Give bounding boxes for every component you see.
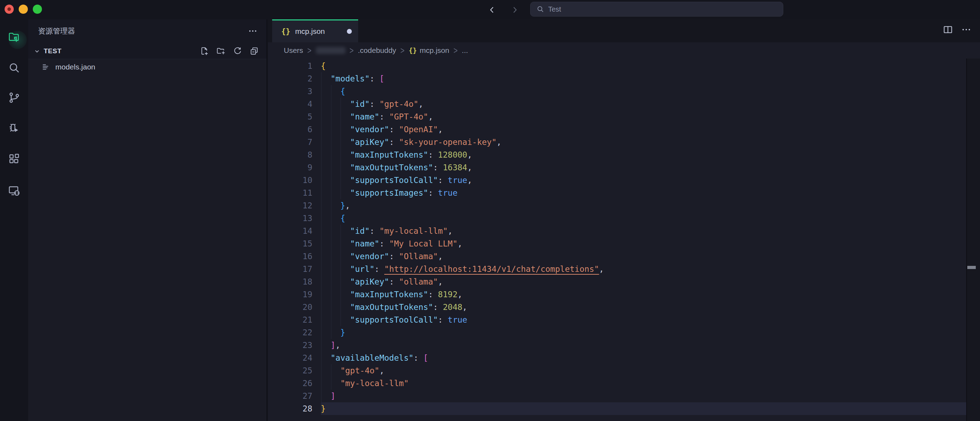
sidebar-item-remote-explorer[interactable] [0, 177, 28, 205]
indent-guide [340, 301, 341, 313]
code-line-20[interactable]: 20 "maxOutputTokens": 2048, [268, 301, 966, 313]
line-content: }, [321, 199, 966, 212]
maximize-button[interactable] [33, 5, 42, 14]
chevron-left-icon [488, 5, 497, 14]
collapse-all-button[interactable] [248, 45, 260, 57]
code-line-12[interactable]: 12 }, [268, 199, 966, 212]
code-line-16[interactable]: 16 "vendor": "Ollama", [268, 250, 966, 263]
sidebar-item-search[interactable] [0, 54, 28, 82]
breadcrumb-separator-icon: > [401, 45, 405, 56]
sidebar-item-run-debug[interactable] [0, 114, 28, 142]
breadcrumb: Users>>.codebuddy>{}mcp.json>... [268, 42, 980, 59]
chevron-right-icon [510, 5, 519, 14]
indent-guide [331, 85, 331, 98]
code-line-27[interactable]: 27 ] [268, 390, 966, 402]
breadcrumb-item-redacted[interactable] [316, 47, 345, 54]
line-number: 24 [268, 352, 321, 364]
line-number: 26 [268, 377, 321, 390]
file-item-models.jaon[interactable]: models.jaon [28, 60, 267, 74]
line-content: "apiKey": "ollama", [321, 275, 966, 288]
code-line-1[interactable]: 1{ [268, 60, 966, 72]
tab-mcp-json[interactable]: {} mcp.json [272, 19, 358, 42]
line-content: "availableModels": [ [321, 352, 966, 364]
code-line-4[interactable]: 4 "id": "gpt-4o", [268, 98, 966, 110]
indent-guide [321, 250, 321, 263]
indent-guide [321, 364, 321, 377]
sidebar-item-source-control[interactable] [0, 84, 28, 112]
code-line-23[interactable]: 23 ], [268, 339, 966, 352]
code-line-25[interactable]: 25 "gpt-4o", [268, 364, 966, 377]
code-line-17[interactable]: 17 "url": "http://localhost:11434/v1/cha… [268, 263, 966, 275]
sidebar-item-extensions[interactable] [0, 145, 28, 173]
indent-guide [321, 326, 321, 339]
search-value: Test [548, 5, 561, 13]
ellipsis-icon [248, 26, 258, 36]
code-line-18[interactable]: 18 "apiKey": "ollama", [268, 275, 966, 288]
breadcrumb-item-codebuddy[interactable]: .codebuddy [358, 46, 396, 55]
breadcrumb-item-mcpjson[interactable]: {}mcp.json [409, 46, 449, 55]
section-label: TEST [44, 47, 62, 55]
code-line-26[interactable]: 26 "my-local-llm" [268, 377, 966, 390]
new-folder-button[interactable] [215, 45, 227, 57]
code-line-8[interactable]: 8 "maxInputTokens": 128000, [268, 148, 966, 161]
nav-forward-button[interactable] [508, 3, 522, 17]
editor-actions [942, 24, 972, 36]
split-editor-button[interactable] [942, 24, 954, 36]
indent-guide [331, 225, 331, 237]
indent-guide [331, 110, 331, 123]
modified-dot-icon [7, 7, 11, 11]
search-input[interactable]: Test [530, 2, 783, 17]
app-window: Test [0, 0, 980, 421]
code-line-15[interactable]: 15 "name": "My Local LLM", [268, 237, 966, 250]
indent-guide [340, 174, 341, 187]
json-file-icon: {} [281, 27, 290, 36]
breadcrumb-item-Users[interactable]: Users [284, 46, 303, 55]
breadcrumb-label: .codebuddy [358, 46, 396, 55]
sidebar-item-explorer[interactable] [0, 23, 28, 51]
extensions-icon [8, 153, 21, 165]
code-line-28[interactable]: 28} [268, 402, 966, 415]
code-line-13[interactable]: 13 { [268, 212, 966, 225]
code-line-22[interactable]: 22 } [268, 326, 966, 339]
refresh-button[interactable] [232, 45, 243, 57]
new-file-button[interactable] [199, 45, 210, 57]
code-line-21[interactable]: 21 "supportsToolCall": true [268, 313, 966, 326]
scrollbar-marker[interactable] [967, 266, 976, 269]
sidebar-title: 资源管理器 [38, 26, 75, 36]
line-number: 15 [268, 237, 321, 250]
code-editor[interactable]: 1{2 "models": [3 {4 "id": "gpt-4o",5 "na… [268, 59, 966, 421]
modified-dot-icon[interactable] [347, 29, 352, 34]
indent-guide [340, 288, 341, 301]
close-button[interactable] [5, 5, 14, 14]
code-line-7[interactable]: 7 "apiKey": "sk-your-openai-key", [268, 136, 966, 148]
line-number: 4 [268, 98, 321, 110]
code-line-5[interactable]: 5 "name": "GPT-4o", [268, 110, 966, 123]
indent-guide [321, 136, 321, 148]
code-line-3[interactable]: 3 { [268, 85, 966, 98]
nav-back-button[interactable] [485, 3, 499, 17]
code-line-11[interactable]: 11 "supportsImages": true [268, 187, 966, 199]
minimize-button[interactable] [19, 5, 28, 14]
indent-guide [331, 288, 331, 301]
sidebar-section-test[interactable]: TEST [28, 43, 267, 59]
indent-guide [331, 301, 331, 313]
line-number: 16 [268, 250, 321, 263]
code-line-10[interactable]: 10 "supportsToolCall": true, [268, 174, 966, 187]
code-line-9[interactable]: 9 "maxOutputTokens": 16384, [268, 161, 966, 174]
breadcrumb-item-[interactable]: ... [462, 46, 468, 55]
indent-guide [321, 199, 321, 212]
line-content: { [321, 85, 966, 98]
indent-guide [331, 98, 331, 110]
editor-group: {} mcp.json Users>>.codebuddy>{}mcp.json… [268, 19, 980, 421]
code-line-24[interactable]: 24 "availableModels": [ [268, 352, 966, 364]
editor-more-button[interactable] [960, 24, 972, 36]
line-content: } [321, 326, 966, 339]
line-content: "name": "GPT-4o", [321, 110, 966, 123]
code-line-14[interactable]: 14 "id": "my-local-llm", [268, 225, 966, 237]
code-line-6[interactable]: 6 "vendor": "OpenAI", [268, 123, 966, 136]
code-line-19[interactable]: 19 "maxInputTokens": 8192, [268, 288, 966, 301]
line-number: 8 [268, 148, 321, 161]
sidebar-explorer: 资源管理器 TEST [28, 19, 267, 421]
sidebar-more-button[interactable] [247, 25, 259, 37]
code-line-2[interactable]: 2 "models": [ [268, 72, 966, 85]
